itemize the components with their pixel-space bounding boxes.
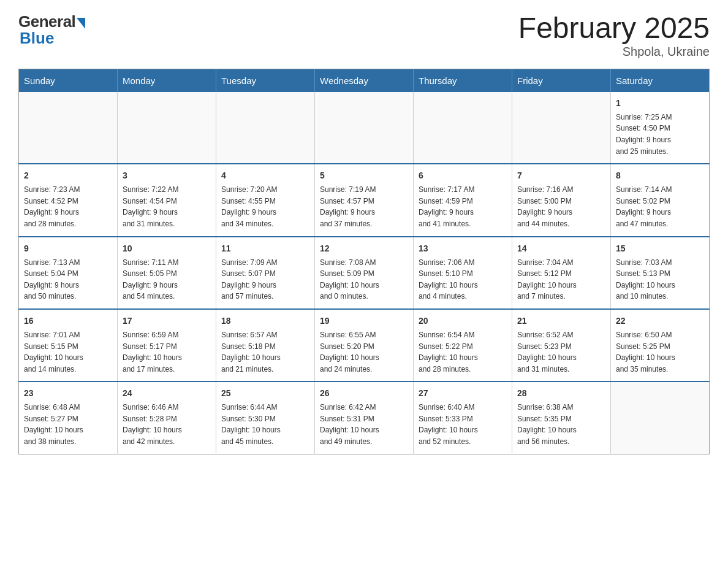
day-number: 13: [419, 242, 507, 255]
page-header: General Blue February 2025 Shpola, Ukrai…: [18, 12, 710, 59]
calendar-cell: 14Sunrise: 7:04 AM Sunset: 5:12 PM Dayli…: [512, 237, 611, 309]
day-info: Sunrise: 6:48 AM Sunset: 5:27 PM Dayligh…: [24, 402, 112, 447]
calendar-cell: 17Sunrise: 6:59 AM Sunset: 5:17 PM Dayli…: [118, 309, 216, 381]
title-section: February 2025 Shpola, Ukraine: [518, 12, 710, 59]
day-info: Sunrise: 6:42 AM Sunset: 5:31 PM Dayligh…: [320, 402, 408, 447]
calendar-cell: [611, 381, 710, 454]
calendar-cell: 16Sunrise: 7:01 AM Sunset: 5:15 PM Dayli…: [19, 309, 118, 381]
day-header-monday: Monday: [118, 69, 216, 92]
calendar-table: SundayMondayTuesdayWednesdayThursdayFrid…: [18, 69, 710, 454]
day-info: Sunrise: 6:44 AM Sunset: 5:30 PM Dayligh…: [221, 402, 309, 447]
day-info: Sunrise: 7:08 AM Sunset: 5:09 PM Dayligh…: [320, 257, 408, 302]
day-number: 23: [24, 387, 112, 400]
day-info: Sunrise: 7:03 AM Sunset: 5:13 PM Dayligh…: [616, 257, 704, 302]
day-number: 1: [616, 97, 704, 110]
day-info: Sunrise: 7:13 AM Sunset: 5:04 PM Dayligh…: [24, 257, 112, 302]
calendar-cell: [118, 92, 216, 164]
day-number: 17: [123, 315, 211, 327]
day-info: Sunrise: 7:25 AM Sunset: 4:50 PM Dayligh…: [616, 112, 704, 157]
day-header-wednesday: Wednesday: [315, 69, 414, 92]
calendar-cell: [512, 92, 611, 164]
calendar-cell: [216, 92, 315, 164]
day-number: 21: [517, 315, 605, 327]
day-info: Sunrise: 7:01 AM Sunset: 5:15 PM Dayligh…: [24, 329, 112, 375]
calendar-header-row: SundayMondayTuesdayWednesdayThursdayFrid…: [19, 69, 710, 92]
day-info: Sunrise: 7:04 AM Sunset: 5:12 PM Dayligh…: [517, 257, 605, 302]
calendar-cell: 20Sunrise: 6:54 AM Sunset: 5:22 PM Dayli…: [414, 309, 512, 381]
day-info: Sunrise: 6:46 AM Sunset: 5:28 PM Dayligh…: [123, 402, 211, 447]
calendar-cell: 15Sunrise: 7:03 AM Sunset: 5:13 PM Dayli…: [611, 237, 710, 309]
day-number: 28: [517, 387, 605, 400]
day-info: Sunrise: 7:11 AM Sunset: 5:05 PM Dayligh…: [123, 257, 211, 302]
day-info: Sunrise: 6:54 AM Sunset: 5:22 PM Dayligh…: [419, 329, 507, 375]
calendar-cell: 23Sunrise: 6:48 AM Sunset: 5:27 PM Dayli…: [19, 381, 118, 454]
day-number: 18: [221, 315, 309, 327]
day-number: 25: [221, 387, 309, 400]
calendar-cell: [19, 92, 118, 164]
day-info: Sunrise: 7:20 AM Sunset: 4:55 PM Dayligh…: [221, 184, 309, 229]
day-info: Sunrise: 7:14 AM Sunset: 5:02 PM Dayligh…: [616, 184, 704, 229]
calendar-subtitle: Shpola, Ukraine: [518, 45, 710, 59]
day-number: 4: [221, 169, 309, 182]
day-number: 14: [517, 242, 605, 255]
calendar-cell: 9Sunrise: 7:13 AM Sunset: 5:04 PM Daylig…: [19, 237, 118, 309]
day-info: Sunrise: 7:16 AM Sunset: 5:00 PM Dayligh…: [517, 184, 605, 229]
calendar-cell: 11Sunrise: 7:09 AM Sunset: 5:07 PM Dayli…: [216, 237, 315, 309]
day-info: Sunrise: 7:06 AM Sunset: 5:10 PM Dayligh…: [419, 257, 507, 302]
calendar-cell: 8Sunrise: 7:14 AM Sunset: 5:02 PM Daylig…: [611, 164, 710, 236]
calendar-cell: 7Sunrise: 7:16 AM Sunset: 5:00 PM Daylig…: [512, 164, 611, 236]
calendar-week-2: 2Sunrise: 7:23 AM Sunset: 4:52 PM Daylig…: [19, 164, 710, 236]
day-number: 22: [616, 315, 704, 327]
day-number: 27: [419, 387, 507, 400]
day-number: 2: [24, 169, 112, 182]
calendar-cell: 18Sunrise: 6:57 AM Sunset: 5:18 PM Dayli…: [216, 309, 315, 381]
calendar-cell: 12Sunrise: 7:08 AM Sunset: 5:09 PM Dayli…: [315, 237, 414, 309]
day-info: Sunrise: 7:22 AM Sunset: 4:54 PM Dayligh…: [123, 184, 211, 229]
calendar-cell: 6Sunrise: 7:17 AM Sunset: 4:59 PM Daylig…: [414, 164, 512, 236]
day-number: 7: [517, 169, 605, 182]
day-header-friday: Friday: [512, 69, 611, 92]
day-info: Sunrise: 6:52 AM Sunset: 5:23 PM Dayligh…: [517, 329, 605, 375]
calendar-cell: 5Sunrise: 7:19 AM Sunset: 4:57 PM Daylig…: [315, 164, 414, 236]
calendar-cell: 10Sunrise: 7:11 AM Sunset: 5:05 PM Dayli…: [118, 237, 216, 309]
day-info: Sunrise: 7:19 AM Sunset: 4:57 PM Dayligh…: [320, 184, 408, 229]
calendar-cell: 13Sunrise: 7:06 AM Sunset: 5:10 PM Dayli…: [414, 237, 512, 309]
day-info: Sunrise: 6:59 AM Sunset: 5:17 PM Dayligh…: [123, 329, 211, 375]
day-info: Sunrise: 6:55 AM Sunset: 5:20 PM Dayligh…: [320, 329, 408, 375]
day-number: 8: [616, 169, 704, 182]
day-info: Sunrise: 7:17 AM Sunset: 4:59 PM Dayligh…: [419, 184, 507, 229]
day-header-saturday: Saturday: [611, 69, 710, 92]
day-number: 20: [419, 315, 507, 327]
calendar-cell: 19Sunrise: 6:55 AM Sunset: 5:20 PM Dayli…: [315, 309, 414, 381]
day-info: Sunrise: 6:50 AM Sunset: 5:25 PM Dayligh…: [616, 329, 704, 375]
day-number: 11: [221, 242, 309, 255]
day-number: 24: [123, 387, 211, 400]
calendar-title: February 2025: [518, 12, 710, 45]
day-info: Sunrise: 6:40 AM Sunset: 5:33 PM Dayligh…: [419, 402, 507, 447]
calendar-cell: 4Sunrise: 7:20 AM Sunset: 4:55 PM Daylig…: [216, 164, 315, 236]
day-number: 12: [320, 242, 408, 255]
day-info: Sunrise: 6:38 AM Sunset: 5:35 PM Dayligh…: [517, 402, 605, 447]
day-info: Sunrise: 6:57 AM Sunset: 5:18 PM Dayligh…: [221, 329, 309, 375]
day-number: 5: [320, 169, 408, 182]
day-number: 3: [123, 169, 211, 182]
day-number: 6: [419, 169, 507, 182]
day-header-thursday: Thursday: [414, 69, 512, 92]
day-info: Sunrise: 7:09 AM Sunset: 5:07 PM Dayligh…: [221, 257, 309, 302]
calendar-cell: 22Sunrise: 6:50 AM Sunset: 5:25 PM Dayli…: [611, 309, 710, 381]
logo: General Blue: [18, 12, 85, 48]
calendar-cell: [315, 92, 414, 164]
day-header-tuesday: Tuesday: [216, 69, 315, 92]
day-number: 9: [24, 242, 112, 255]
calendar-cell: 21Sunrise: 6:52 AM Sunset: 5:23 PM Dayli…: [512, 309, 611, 381]
day-number: 26: [320, 387, 408, 400]
calendar-cell: 28Sunrise: 6:38 AM Sunset: 5:35 PM Dayli…: [512, 381, 611, 454]
calendar-week-3: 9Sunrise: 7:13 AM Sunset: 5:04 PM Daylig…: [19, 237, 710, 309]
day-number: 16: [24, 315, 112, 327]
day-info: Sunrise: 7:23 AM Sunset: 4:52 PM Dayligh…: [24, 184, 112, 229]
calendar-cell: 24Sunrise: 6:46 AM Sunset: 5:28 PM Dayli…: [118, 381, 216, 454]
calendar-week-1: 1Sunrise: 7:25 AM Sunset: 4:50 PM Daylig…: [19, 92, 710, 164]
calendar-cell: 3Sunrise: 7:22 AM Sunset: 4:54 PM Daylig…: [118, 164, 216, 236]
calendar-cell: 2Sunrise: 7:23 AM Sunset: 4:52 PM Daylig…: [19, 164, 118, 236]
calendar-cell: 25Sunrise: 6:44 AM Sunset: 5:30 PM Dayli…: [216, 381, 315, 454]
